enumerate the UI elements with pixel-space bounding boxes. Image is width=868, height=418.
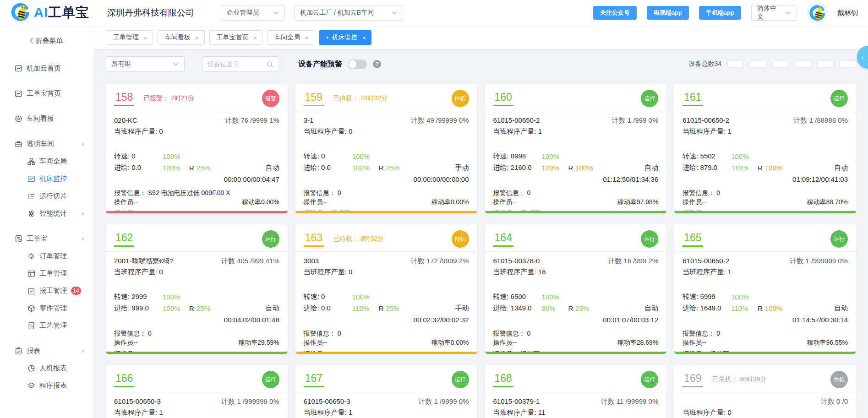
app-logo[interactable]: AI工单宝 [10,2,97,24]
machine-card[interactable]: 162 运行 2001-嗱哕湉寮€绮? 计数 405 /999 41% 当班程序… [106,224,288,354]
sidebar-item[interactable]: 机加云首页 [0,60,94,77]
sidebar-item[interactable]: 机床监控 [0,170,94,187]
group-select[interactable]: 所有组 [106,56,185,72]
sidebar-item[interactable]: 透明车间 ∧ [0,135,94,152]
alarm-info: 报警信息： S52 电池电压过低 009F.00 X [114,189,279,197]
help-icon[interactable]: ? [373,60,381,68]
sidebar-item[interactable]: S 工艺管理 [0,317,94,334]
operation-mode: 自动 [266,304,279,313]
sidebar-item[interactable]: 车间看板 [0,110,94,127]
machine-number[interactable]: 167 [304,372,324,387]
sidebar-item[interactable]: 报表 ∧ [0,342,94,359]
machine-card[interactable]: 169 已关机： 98时39分 关机 计数 0 /0 当班程序产量: 0 [674,365,856,418]
sidebar-item[interactable]: 工单管理 [0,265,94,282]
workshop-select[interactable]: 机加云工厂 / 机加云B车间 [294,5,403,21]
rapid-override: 100% [575,164,593,172]
machine-number[interactable]: 159 [304,91,324,106]
spindle-speed: 转速: 8998 [493,152,542,161]
machine-setter: 调机员： 汤佳丽 [304,210,469,213]
machine-card[interactable]: 166 运行 61015-00650-3 计数 1 /999999 0% 当班程… [106,365,288,418]
status-count-box[interactable] [817,60,834,68]
machine-card[interactable]: 168 运行 61015-00379-1 计数 11 /99999 0% 当班程… [485,365,667,418]
machine-number[interactable]: 163 [304,232,324,247]
feed-override: 110% [731,304,758,312]
language-select[interactable]: 简体中文 [751,5,797,21]
username[interactable]: 戴林钊 [837,9,858,17]
collapse-menu-button[interactable]: 《 折叠菜单 [0,33,94,52]
machine-number[interactable]: 162 [114,232,134,247]
program-name: 61015-00650-2 [493,116,540,124]
capacity-warning-label: 设备产能预警 [298,60,342,69]
tv-app-button[interactable]: 电视端app [647,6,689,20]
tab-close-icon[interactable]: × [362,34,366,42]
machine-card[interactable]: 161 运行 61015-00650-2 计数 1 /88888 0% 当班程序… [674,84,856,213]
status-count-box[interactable] [772,60,789,68]
rapid-override: 25% [575,304,589,312]
tab[interactable]: ● 车间看板 × [158,30,205,45]
machine-number[interactable]: 169 [682,372,703,387]
alarm-info: 报警信息： 0 [304,330,469,338]
machine-number[interactable]: 168 [493,372,513,387]
alarm-info: 报警信息： 0 [304,189,469,197]
mobile-app-button[interactable]: 手机端app [699,6,741,20]
sidebar-item[interactable]: 运行切片 [0,187,94,205]
search-box [202,56,279,72]
cycle-time: 00:00:00/00:00:00 [304,175,469,185]
sidebar-item[interactable]: 工单宝 ∧ [0,230,94,247]
machine-number[interactable]: 164 [493,232,513,247]
user-avatar[interactable] [807,3,827,23]
search-icon[interactable] [267,61,273,68]
sidebar-item[interactable]: 人机报表 [0,359,94,377]
machine-card[interactable]: 163 已待机： 8时32分 待机 3003 计数 172 /9999 2% 当… [295,224,477,354]
operator: 操作员-- [493,198,517,206]
tab[interactable]: ● 机床监控 × [319,30,371,45]
piece-count: 计数 1 /999999 0% [790,257,848,266]
tab[interactable]: ● 工单管理 × [106,30,153,45]
tab[interactable]: ● 车间全局 × [267,30,314,45]
status-count-box[interactable] [727,60,744,68]
cycle-time: 00:01:07/00:03:12 [493,316,659,326]
machine-number[interactable]: 158 [114,91,134,106]
sidebar-item[interactable]: 零件管理 [0,299,94,317]
operation-mode: 自动 [644,304,658,313]
operation-mode: 手动 [455,163,469,172]
utilization-rate: 稼动率0.00% [431,339,469,347]
machine-card[interactable]: 158 已报警： 2时21分 报警 020-KC 计数 76 /9999 1% … [106,84,288,213]
machine-card[interactable]: 167 运行 61015-00650-3 计数 1 /9999 0% 当班程序产… [295,365,477,418]
spindle-override: 100% [163,152,189,160]
device-position-input[interactable] [207,60,259,68]
tab-close-icon[interactable]: × [305,34,309,42]
sidebar-item[interactable]: 智能统计 ∨ [0,205,94,222]
chevron-down-icon [392,11,397,15]
operator: 操作员-- [682,198,706,206]
machine-number[interactable]: 161 [682,91,703,106]
status-count-box[interactable] [795,60,811,68]
rapid-override: 25% [197,304,210,312]
machine-card[interactable]: 165 运行 61015-00650-2 计数 1 /999999 0% 当班程… [674,224,856,354]
piece-count: 计数 49 /99999 0% [411,116,469,125]
status-count-box[interactable] [750,60,766,68]
machine-card[interactable]: 160 运行 61015-00650-2 计数 1 /999 0% 当班程序产量… [485,84,667,213]
machine-card[interactable]: 159 已待机： 24时32分 待机 3-1 计数 49 /99999 0% 当… [295,84,477,213]
sidebar-item[interactable]: 程序报表 [0,377,94,394]
role-select[interactable]: 企业管理员 [221,5,285,21]
sidebar-item[interactable]: 车间全局 [0,152,94,170]
sidebar-item[interactable]: 订单管理 [0,247,94,265]
rapid-label: R [189,304,194,312]
machine-number[interactable]: 160 [493,91,513,106]
machine-card[interactable]: 164 运行 61015-00378-0 计数 16 /999 2% 当班程序产… [485,224,667,354]
tab-close-icon[interactable]: × [253,34,257,42]
sidebar-item[interactable]: 工单宝首页 [0,85,94,102]
company-name: 深圳丹弗科技有限公司 [107,7,194,19]
sidebar-item[interactable]: 报工管理 14 [0,282,94,299]
tab-close-icon[interactable]: × [143,34,147,42]
status-badge: 关机 [830,371,848,388]
status-count-box[interactable] [840,60,856,68]
machine-number[interactable]: 165 [682,232,703,247]
tab[interactable]: ● 工单宝首页 × [209,30,263,45]
tab-close-icon[interactable]: × [195,34,199,42]
capacity-warning-toggle[interactable] [348,60,367,69]
machine-grid: 158 已报警： 2时21分 报警 020-KC 计数 76 /9999 1% … [106,84,856,418]
follow-official-account-button[interactable]: 关注公众号 [593,6,637,20]
machine-number[interactable]: 166 [114,372,134,387]
